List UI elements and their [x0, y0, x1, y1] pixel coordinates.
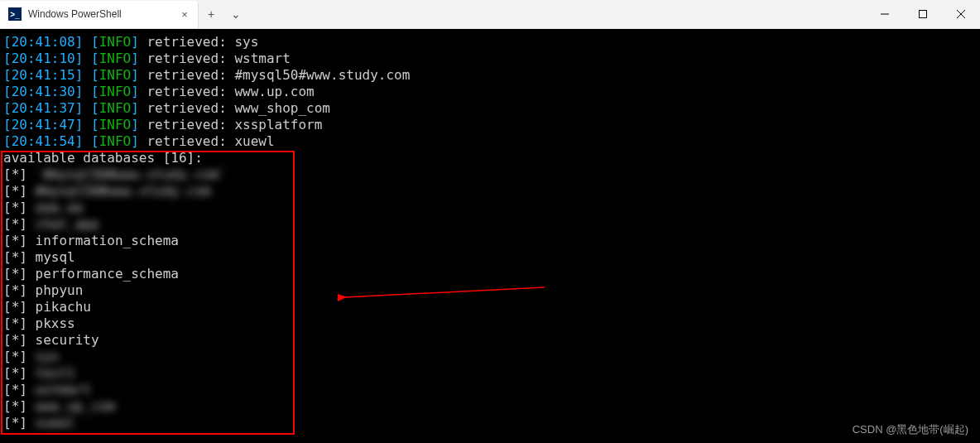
- tab-close-button[interactable]: ×: [178, 7, 191, 21]
- log-value: xuewl: [234, 133, 274, 149]
- titlebar: >_ Windows PowerShell × + ⌄: [0, 0, 980, 29]
- db-item: [*] aaa.aa: [3, 200, 977, 216]
- db-item: [*] `#mysql50#www.study.com`: [3, 166, 977, 183]
- svg-rect-1: [920, 11, 927, 18]
- log-label: retrieved:: [147, 117, 226, 132]
- db-name: phpyun: [36, 282, 84, 298]
- db-item: [*] pkxss: [3, 315, 977, 332]
- timestamp: 20:41:08: [12, 34, 75, 50]
- tab-title: Windows PowerShell: [28, 8, 178, 20]
- log-level: INFO: [99, 84, 132, 99]
- db-name: pkxss: [36, 315, 75, 331]
- db-item: [*] information_schema: [3, 233, 977, 249]
- minimize-button[interactable]: [866, 0, 904, 29]
- log-line: [20:41:15] [INFO] retrieved: #mysql50#ww…: [3, 67, 977, 84]
- log-level: INFO: [99, 133, 132, 149]
- timestamp: 20:41:30: [12, 84, 75, 99]
- db-item: [*] mysql: [3, 249, 977, 266]
- db-item: [*] test1: [3, 365, 977, 382]
- db-item: [*] phpyun: [3, 282, 977, 299]
- log-level: INFO: [99, 117, 132, 132]
- log-value: sys: [234, 34, 258, 50]
- db-name: mysql: [36, 249, 75, 265]
- log-level: INFO: [99, 51, 132, 66]
- log-label: retrieved:: [147, 100, 226, 116]
- log-label: retrieved:: [147, 51, 226, 66]
- db-name: xuewl: [36, 415, 75, 431]
- db-name: test1: [36, 365, 75, 382]
- db-name: sys: [36, 349, 60, 365]
- db-item: [*] #mysql50#www.study.com: [3, 183, 977, 200]
- db-name: pikachu: [36, 299, 91, 315]
- log-line: [20:41:10] [INFO] retrieved: wstmart: [3, 51, 977, 67]
- log-level: INFO: [99, 34, 132, 50]
- timestamp: 20:41:15: [12, 67, 75, 83]
- log-value: #mysql50#www.study.com: [234, 67, 410, 83]
- window-controls: [866, 0, 980, 29]
- terminal-tab[interactable]: >_ Windows PowerShell ×: [0, 1, 199, 28]
- log-line: [20:41:54] [INFO] retrieved: xuewl: [3, 133, 977, 150]
- db-name: wstmart: [36, 382, 91, 398]
- log-value: www_shop_com: [234, 100, 330, 116]
- log-label: retrieved:: [147, 133, 226, 149]
- db-item: [*] www_up_com: [3, 398, 977, 415]
- powershell-icon: >_: [8, 7, 22, 21]
- db-item: [*] security: [3, 332, 977, 349]
- log-value: xssplatform: [234, 117, 322, 132]
- db-name: `#mysql50#www.study.com`: [36, 166, 227, 183]
- log-value: www.up.com: [234, 84, 314, 99]
- db-item: [*] sys: [3, 349, 977, 365]
- tab-dropdown-button[interactable]: ⌄: [223, 1, 248, 28]
- db-name: #mysql50#www.study.com: [36, 183, 211, 200]
- db-name: performance_schema: [36, 266, 179, 282]
- timestamp: 20:41:37: [12, 100, 75, 116]
- db-item: [*] performance_schema: [3, 266, 977, 282]
- log-line: [20:41:30] [INFO] retrieved: www.up.com: [3, 84, 977, 100]
- log-level: INFO: [99, 67, 132, 83]
- db-name: aaa.aa: [36, 200, 84, 216]
- log-label: retrieved:: [147, 34, 226, 50]
- maximize-button[interactable]: [904, 0, 942, 29]
- terminal-output[interactable]: [20:41:08] [INFO] retrieved: sys[20:41:1…: [0, 29, 980, 443]
- db-item: [*] xuewl: [3, 415, 977, 431]
- db-name: www_up_com: [36, 398, 115, 415]
- db-item: [*] chat_app: [3, 216, 977, 233]
- db-header: available databases [16]:: [3, 150, 977, 166]
- db-name: security: [36, 332, 99, 348]
- log-line: [20:41:37] [INFO] retrieved: www_shop_co…: [3, 100, 977, 117]
- log-label: retrieved:: [147, 84, 226, 99]
- timestamp: 20:41:54: [12, 133, 75, 149]
- log-level: INFO: [99, 100, 132, 116]
- window-close-button[interactable]: [942, 0, 980, 29]
- log-line: [20:41:47] [INFO] retrieved: xssplatform: [3, 117, 977, 133]
- timestamp: 20:41:10: [12, 51, 75, 66]
- db-item: [*] wstmart: [3, 382, 977, 398]
- log-label: retrieved:: [147, 67, 226, 83]
- db-name: information_schema: [36, 233, 179, 248]
- db-item: [*] pikachu: [3, 299, 977, 315]
- db-name: chat_app: [36, 216, 99, 233]
- log-line: [20:41:08] [INFO] retrieved: sys: [3, 34, 977, 51]
- log-value: wstmart: [234, 51, 290, 66]
- timestamp: 20:41:47: [12, 117, 75, 132]
- new-tab-button[interactable]: +: [199, 1, 223, 28]
